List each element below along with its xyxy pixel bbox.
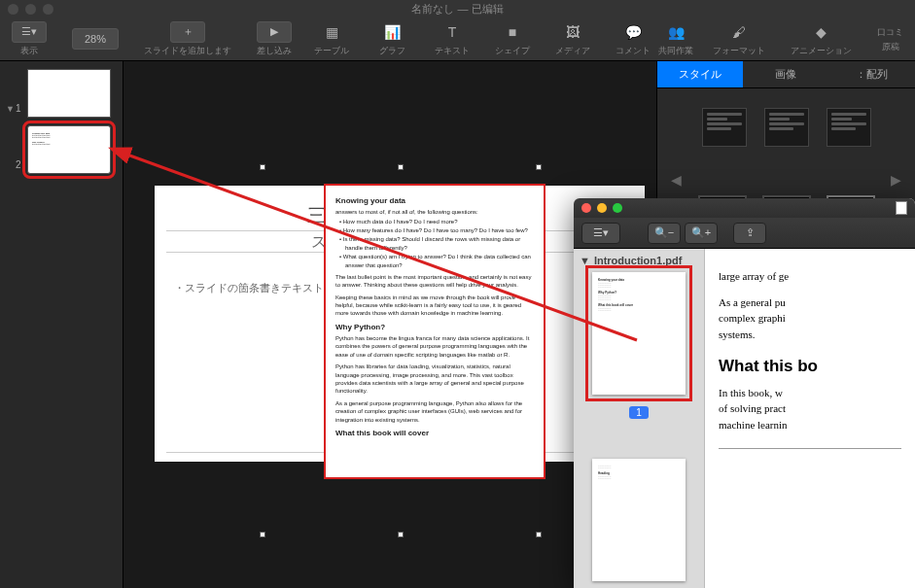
- slide-bullet-placeholder[interactable]: ・スライドの箇条書きテキスト: [174, 281, 324, 295]
- zoom-in-button[interactable]: 🔍+: [685, 223, 718, 244]
- dropped-pdf-page[interactable]: Knowing your data answers to most of, if…: [326, 186, 544, 477]
- document-title: 名前なし — 已编辑: [411, 2, 503, 17]
- chart-icon: 📊: [374, 21, 409, 43]
- slide-thumbnail-1[interactable]: [27, 69, 111, 118]
- add-slide-button[interactable]: ＋ スライドを追加します: [140, 19, 235, 59]
- slide-number: 2: [16, 159, 23, 170]
- doc-heading: What this book will cover: [335, 428, 534, 438]
- main-toolbar: ☰▾ 表示 28% ＋ スライドを追加します ▶ 差し込み ▦テーブル 📊グラフ…: [0, 17, 915, 61]
- preview-toolbar: ☰▾ 🔍− 🔍+ ⇪: [574, 218, 915, 249]
- format-button[interactable]: 🖌フォーマット: [709, 19, 769, 59]
- preview-titlebar[interactable]: [574, 198, 915, 218]
- shape-icon: ■: [495, 21, 530, 43]
- page-number-badge: 1: [629, 406, 649, 419]
- share-button[interactable]: ⇪: [733, 223, 766, 244]
- chart-button[interactable]: 📊グラフ: [370, 19, 413, 59]
- title-bar: 名前なし — 已编辑: [0, 0, 915, 17]
- document-proxy-icon[interactable]: [896, 201, 907, 215]
- zoom-out-button[interactable]: 🔍−: [648, 223, 681, 244]
- minimize-window-icon[interactable]: [25, 4, 36, 15]
- tab-style[interactable]: スタイル: [657, 61, 743, 87]
- style-preset[interactable]: [702, 108, 747, 147]
- collab-icon: 👥: [658, 21, 693, 43]
- table-button[interactable]: ▦テーブル: [310, 19, 353, 59]
- share-icon: ⇪: [746, 226, 755, 239]
- close-icon[interactable]: [581, 203, 591, 213]
- doc-heading: Why Python?: [335, 322, 534, 332]
- preview-page-content[interactable]: large array of ge As a general pu comple…: [705, 249, 915, 588]
- zoom-icon[interactable]: [613, 203, 622, 213]
- table-icon: ▦: [314, 21, 349, 43]
- media-button[interactable]: 🖼メディア: [551, 19, 594, 59]
- collaborate-button[interactable]: 👥共同作業: [654, 19, 697, 59]
- tab-arrange[interactable]: ：配列: [829, 61, 915, 87]
- preview-app-window: ☰▾ 🔍− 🔍+ ⇪ ▼ Introduction1.pdf Knowing y…: [574, 198, 915, 588]
- preview-thumbnail-sidebar: ▼ Introduction1.pdf Knowing your data ..…: [574, 249, 705, 588]
- play-button[interactable]: ▶ 差し込み: [253, 19, 296, 59]
- collapse-icon[interactable]: ▼: [6, 104, 14, 114]
- shape-button[interactable]: ■シェイプ: [491, 19, 534, 59]
- style-presets: [667, 108, 905, 147]
- slide-navigator: ▼ 1 2 Knowing your data text text text t…: [0, 61, 123, 588]
- animate-icon: ◆: [804, 21, 839, 43]
- minus-magnify-icon: 🔍−: [654, 226, 674, 239]
- preview-page-thumb-1[interactable]: Knowing your data ......................…: [592, 272, 686, 395]
- comment-button[interactable]: 💬コメント: [612, 19, 654, 59]
- view-button[interactable]: ☰▾ 表示: [8, 19, 51, 59]
- tab-image[interactable]: 画像: [743, 61, 828, 87]
- zoom-button[interactable]: 28%: [68, 19, 123, 59]
- style-preset[interactable]: [764, 108, 809, 147]
- media-icon: 🖼: [555, 21, 590, 43]
- prev-icon[interactable]: ◀: [671, 172, 682, 188]
- animate-button[interactable]: ◆アニメーション: [787, 19, 856, 59]
- format-icon: 🖌: [721, 21, 757, 43]
- doc-heading: Knowing your data: [335, 195, 534, 206]
- slide-editor[interactable]: 三スライドのタイトル スライドのサブタイトルr ・スライドの箇条書きテキスト K…: [155, 186, 645, 462]
- window-controls: [8, 4, 53, 15]
- style-preset[interactable]: [827, 108, 871, 147]
- preview-heading: What this bo: [719, 354, 901, 379]
- slide-thumbnail-2[interactable]: Knowing your data text text text text te…: [27, 125, 111, 174]
- disclosure-icon[interactable]: ▼: [580, 255, 590, 266]
- plus-magnify-icon: 🔍+: [691, 226, 711, 239]
- minimize-icon[interactable]: [597, 203, 607, 213]
- sidebar-toggle-button[interactable]: ☰▾: [581, 223, 620, 244]
- text-icon: T: [435, 21, 470, 43]
- zoom-window-icon[interactable]: [43, 4, 53, 15]
- next-icon[interactable]: ▶: [891, 172, 901, 188]
- comment-icon: 💬: [616, 21, 651, 43]
- preview-page-thumb-2[interactable]: ........................................…: [592, 459, 686, 581]
- text-button[interactable]: Tテキスト: [431, 19, 474, 59]
- document-button[interactable]: 口コミ原稿: [873, 19, 907, 59]
- slide-number: 1: [16, 103, 23, 114]
- preview-filename[interactable]: ▼ Introduction1.pdf: [580, 255, 698, 266]
- close-window-icon[interactable]: [8, 4, 18, 15]
